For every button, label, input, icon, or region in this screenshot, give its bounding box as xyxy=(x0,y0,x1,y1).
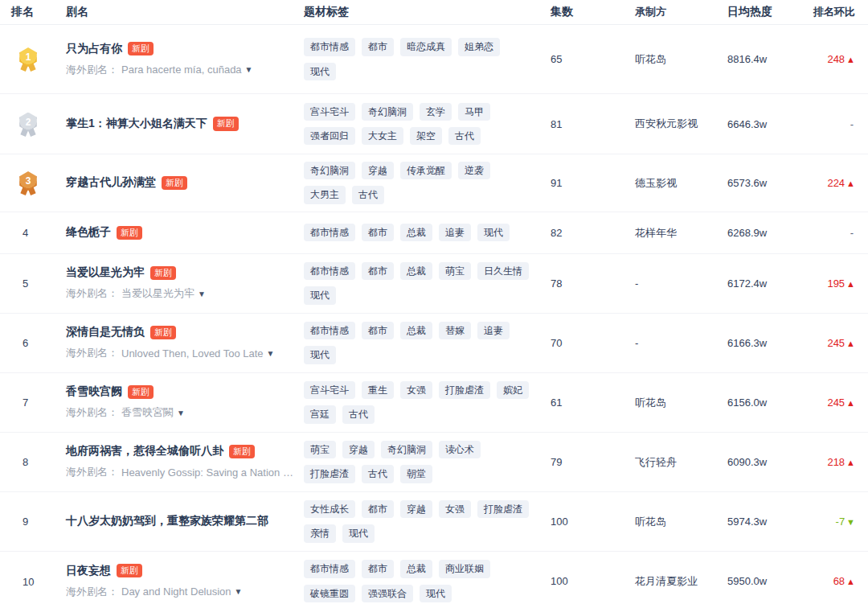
producer-name: 花样年华 xyxy=(635,225,727,241)
producer-name: 听花岛 xyxy=(635,51,727,68)
genre-tag: 现代 xyxy=(477,224,510,241)
genre-tag: 打脸虐渣 xyxy=(439,381,490,399)
overseas-name-row: 海外剧名： Para hacerte mía, cuñada ▼ xyxy=(66,63,294,77)
drama-title: 日夜妄想 xyxy=(66,564,111,578)
producer-name: 飞行轻舟 xyxy=(635,454,727,470)
episode-count: 100 xyxy=(551,575,635,587)
genre-tag: 宫斗宅斗 xyxy=(304,381,355,399)
drama-title: 深情自是无情负 xyxy=(66,325,145,339)
table-row[interactable]: 4 4 绛色栀子 新剧 都市情感都市总裁追妻现代 82 花样年华 6268.9w… xyxy=(0,212,868,254)
table-row[interactable]: 2 2 掌生1：神算大小姐名满天下 新剧 宫斗宅斗奇幻脑洞玄学马甲强者回归大女主… xyxy=(0,94,868,154)
new-drama-badge: 新剧 xyxy=(128,42,154,55)
daily-heat-value: 6172.4w xyxy=(727,277,808,290)
rank-cell: 3 3 xyxy=(0,171,66,195)
genre-tag: 现代 xyxy=(420,585,452,602)
column-header-tags: 题材标签 xyxy=(304,5,551,19)
genre-tags: 都市情感都市暗恋成真姐弟恋现代 xyxy=(304,38,551,80)
drama-title: 地府两祸害，惹得全城偷听八卦 xyxy=(66,444,223,458)
rank-change-cell: 245▲ xyxy=(808,337,868,349)
episode-count: 82 xyxy=(551,227,635,239)
genre-tags: 萌宝穿越奇幻脑洞读心术打脸虐渣古代朝堂 xyxy=(304,441,551,483)
chevron-down-icon[interactable]: ▼ xyxy=(245,65,253,74)
rank-cell: 7 7 xyxy=(0,395,66,409)
title-cell: 地府两祸害，惹得全城偷听八卦 新剧 海外剧名： Heavenly Gossip:… xyxy=(66,444,304,479)
new-drama-badge: 新剧 xyxy=(150,326,176,339)
genre-tag: 都市 xyxy=(362,560,394,577)
overseas-name-row: 海外剧名： Day and Night Delusion ▼ xyxy=(66,585,294,599)
new-drama-badge: 新剧 xyxy=(128,385,154,399)
genre-tag: 都市情感 xyxy=(304,224,355,241)
daily-heat-value: 8816.4w xyxy=(727,53,808,65)
table-row[interactable]: 10 10 日夜妄想 新剧 海外剧名： Day and Night Delusi… xyxy=(0,552,868,604)
genre-tag: 都市情感 xyxy=(304,38,355,55)
episode-count: 91 xyxy=(551,177,635,189)
drama-ranking-table: 排名 剧名 题材标签 集数 承制方 日均热度 排名环比 1 1 只为占有你 新剧… xyxy=(0,0,868,604)
genre-tag: 现代 xyxy=(304,286,336,304)
genre-tag: 女强 xyxy=(400,381,432,399)
rank-number: 1 xyxy=(18,47,38,67)
overseas-name: Unloved Then, Loved Too Late xyxy=(121,347,264,360)
drama-title: 绛色栀子 xyxy=(66,225,111,240)
new-drama-badge: 新剧 xyxy=(117,226,142,240)
table-row[interactable]: 5 5 当爱以星光为牢 新剧 海外剧名： 当爱以星光为牢 ▼ 都市情感都市总裁萌… xyxy=(0,254,868,314)
rank-medal-icon: 2 xyxy=(18,113,39,136)
overseas-name-row: 海外剧名： Heavenly Gossip: Saving a Nation b… xyxy=(66,465,294,479)
chevron-down-icon[interactable]: ▼ xyxy=(267,349,275,358)
rank-change-value: 245 xyxy=(827,337,845,349)
genre-tag: 萌宝 xyxy=(304,441,336,458)
title-cell: 十八岁太奶奶驾到，重整家族荣耀第二部 新剧 xyxy=(66,514,304,528)
genre-tag: 日久生情 xyxy=(477,262,529,280)
genre-tags: 都市情感都市总裁追妻现代 xyxy=(304,224,551,241)
column-header-title: 剧名 xyxy=(66,5,304,19)
rank-change-value: 218 xyxy=(827,456,845,468)
genre-tag: 架空 xyxy=(410,127,442,145)
genre-tag: 读心术 xyxy=(439,441,481,458)
new-drama-badge: 新剧 xyxy=(213,117,239,130)
new-drama-badge: 新剧 xyxy=(162,176,187,190)
genre-tag: 打脸虐渣 xyxy=(304,465,355,483)
drama-title: 掌生1：神算大小姐名满天下 xyxy=(66,117,207,131)
table-row[interactable]: 9 9 十八岁太奶奶驾到，重整家族荣耀第二部 新剧 女性成长都市穿越女强打脸虐渣… xyxy=(0,492,868,552)
genre-tag: 追妻 xyxy=(439,224,471,241)
rank-change-value: -7 xyxy=(836,516,845,528)
rank-change-cell: 248▲ xyxy=(808,53,868,65)
chevron-down-icon[interactable]: ▼ xyxy=(198,290,206,298)
overseas-name-row: 海外剧名： 香雪映宮闕 ▼ xyxy=(66,405,294,420)
genre-tag: 都市情感 xyxy=(304,262,355,280)
rank-change-cell: 68▲ xyxy=(808,575,868,587)
genre-tag: 现代 xyxy=(342,524,375,542)
genre-tag: 打脸虐渣 xyxy=(477,500,529,518)
genre-tag: 古代 xyxy=(362,465,394,483)
chevron-down-icon[interactable]: ▼ xyxy=(177,409,185,417)
overseas-label: 海外剧名： xyxy=(66,465,118,479)
rank-medal-icon: 1 xyxy=(18,47,39,71)
genre-tag: 奇幻脑洞 xyxy=(362,103,413,121)
daily-heat-value: 6268.9w xyxy=(727,227,808,239)
chevron-down-icon[interactable]: ▼ xyxy=(235,587,243,596)
rank-change-arrow-icon: ▲ xyxy=(846,179,855,188)
rank-change-arrow-icon: ▲ xyxy=(846,339,855,348)
genre-tag: 强者回归 xyxy=(304,127,355,145)
drama-title: 穿越古代儿孙满堂 xyxy=(66,175,156,190)
table-row[interactable]: 6 6 深情自是无情负 新剧 海外剧名： Unloved Then, Loved… xyxy=(0,314,868,373)
table-row[interactable]: 1 1 只为占有你 新剧 海外剧名： Para hacerte mía, cuñ… xyxy=(0,25,868,94)
overseas-name: 香雪映宮闕 xyxy=(121,405,174,420)
genre-tags: 都市情感都市总裁替嫁追妻现代 xyxy=(304,322,551,364)
table-row[interactable]: 3 3 穿越古代儿孙满堂 新剧 奇幻脑洞穿越传承觉醒逆袭大男主古代 91 德玉影… xyxy=(0,154,868,212)
rank-change-cell: 195▲ xyxy=(808,277,868,290)
genre-tag: 女强 xyxy=(439,500,471,518)
overseas-label: 海外剧名： xyxy=(66,63,118,77)
genre-tag: 传承觉醒 xyxy=(400,162,452,179)
overseas-label: 海外剧名： xyxy=(66,405,118,420)
table-row[interactable]: 8 8 地府两祸害，惹得全城偷听八卦 新剧 海外剧名： Heavenly Gos… xyxy=(0,433,868,492)
rank-number: 4 xyxy=(23,227,28,239)
drama-title: 当爱以星光为牢 xyxy=(66,265,145,280)
table-row[interactable]: 7 7 香雪映宫阙 新剧 海外剧名： 香雪映宮闕 ▼ 宫斗宅斗重生女强打脸虐渣嫔… xyxy=(0,373,868,433)
column-header-rank: 排名 xyxy=(0,5,66,19)
title-cell: 日夜妄想 新剧 海外剧名： Day and Night Delusion ▼ xyxy=(66,564,304,599)
genre-tag: 穿越 xyxy=(342,441,375,458)
rank-number: 10 xyxy=(23,576,34,588)
rank-cell: 10 10 xyxy=(0,574,66,589)
episode-count: 81 xyxy=(551,118,635,130)
genre-tags: 宫斗宅斗重生女强打脸虐渣嫔妃宫廷古代 xyxy=(304,381,551,424)
